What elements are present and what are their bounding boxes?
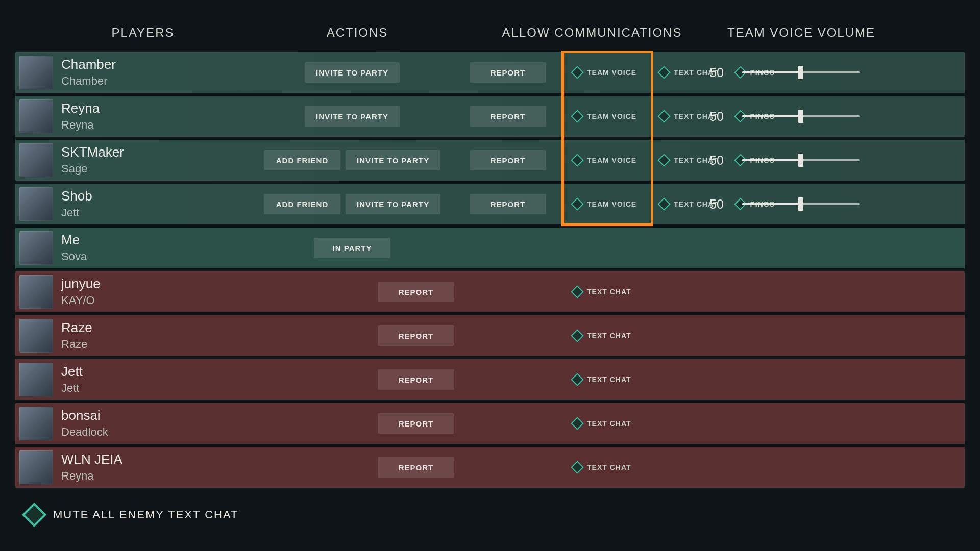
player-cell: bonsaiDeadlock (15, 407, 240, 440)
team-voice-toggle[interactable]: TEAM VOICE (567, 151, 648, 170)
match-players-panel: PLAYERS ACTIONS ALLOW COMMUNICATIONS TEA… (0, 0, 980, 542)
agent-name: Jett (61, 206, 92, 219)
volume-slider[interactable] (742, 115, 860, 117)
actions-cell: INVITE TO PARTY (240, 106, 464, 127)
player-cell: ShobJett (15, 187, 240, 221)
diamond-icon (571, 461, 583, 473)
volume-value: 50 (709, 109, 732, 124)
player-row: bonsaiDeadlockREPORTTEXT CHAT (15, 403, 965, 444)
header-comms: ALLOW COMMUNICATIONS (470, 26, 715, 40)
team-voice-toggle-label: TEAM VOICE (587, 112, 636, 120)
comms-cell: TEXT CHAT (464, 326, 709, 345)
volume-slider[interactable] (742, 71, 860, 73)
avatar (19, 56, 53, 89)
actions-cell: IN PARTY (240, 238, 464, 258)
player-row: ChamberChamberINVITE TO PARTYREPORTTEAM … (15, 52, 965, 93)
avatar (19, 143, 53, 177)
avatar (19, 319, 53, 353)
invite-to-party-button[interactable]: INVITE TO PARTY (305, 106, 400, 127)
diamond-icon (657, 154, 670, 166)
volume-slider[interactable] (742, 159, 860, 161)
avatar (19, 231, 53, 265)
team-voice-toggle[interactable]: TEAM VOICE (567, 107, 648, 126)
agent-name: Jett (61, 382, 83, 394)
report-button[interactable]: REPORT (378, 369, 454, 390)
report-button[interactable]: REPORT (378, 413, 454, 434)
diamond-icon (571, 329, 583, 342)
player-name: Shob (61, 189, 92, 204)
team-voice-toggle[interactable]: TEAM VOICE (567, 63, 648, 82)
report-button[interactable]: REPORT (470, 150, 546, 170)
player-cell: ReynaReyna (15, 99, 240, 133)
team-voice-toggle-label: TEAM VOICE (587, 68, 636, 77)
text-chat-toggle[interactable]: TEXT CHAT (567, 414, 638, 433)
text-chat-toggle[interactable]: TEXT CHAT (567, 326, 638, 345)
avatar (19, 275, 53, 309)
player-cell: MeSova (15, 231, 240, 265)
diamond-icon (571, 66, 583, 79)
text-chat-toggle[interactable]: TEXT CHAT (567, 458, 638, 477)
actions-cell: REPORT (240, 369, 464, 390)
diamond-icon (571, 417, 583, 430)
team-voice-toggle[interactable]: TEAM VOICE (567, 194, 648, 214)
player-row: RazeRazeREPORTTEXT CHAT (15, 315, 965, 356)
team-voice-toggle-label: TEAM VOICE (587, 156, 636, 164)
report-button[interactable]: REPORT (378, 457, 454, 478)
mute-all-toggle-icon[interactable] (22, 503, 46, 527)
add-friend-button[interactable]: ADD FRIEND (264, 150, 340, 170)
player-name: Jett (61, 364, 83, 380)
report-button[interactable]: REPORT (378, 325, 454, 346)
diamond-icon (657, 197, 670, 210)
text-chat-toggle[interactable]: TEXT CHAT (567, 282, 638, 302)
report-button[interactable]: REPORT (470, 106, 546, 127)
comms-cell: REPORTTEAM VOICETEXT CHATPINGS (464, 194, 709, 214)
player-row: JettJettREPORTTEXT CHAT (15, 359, 965, 400)
text-chat-toggle[interactable]: TEXT CHAT (567, 370, 638, 389)
volume-value: 50 (709, 197, 732, 212)
player-cell: JettJett (15, 363, 240, 396)
slider-knob[interactable] (798, 66, 803, 79)
team-voice-toggle-label: TEAM VOICE (587, 200, 636, 208)
agent-name: Sova (61, 250, 87, 263)
diamond-icon (571, 197, 583, 210)
text-chat-toggle-label: TEXT CHAT (587, 463, 631, 471)
invite-to-party-button[interactable]: INVITE TO PARTY (346, 194, 440, 214)
report-button[interactable]: REPORT (470, 194, 546, 214)
actions-cell: REPORT (240, 325, 464, 346)
agent-name: Raze (61, 338, 92, 350)
player-name: junyue (61, 277, 101, 292)
player-row: junyueKAY/OREPORTTEXT CHAT (15, 271, 965, 312)
in-party-button: IN PARTY (314, 238, 390, 258)
avatar (19, 450, 53, 484)
header-volume: TEAM VOICE VOLUME (715, 26, 888, 40)
column-headers: PLAYERS ACTIONS ALLOW COMMUNICATIONS TEA… (15, 26, 965, 52)
mute-all-label[interactable]: MUTE ALL ENEMY TEXT CHAT (53, 508, 238, 521)
header-actions: ACTIONS (245, 26, 470, 40)
slider-knob[interactable] (798, 110, 803, 123)
slider-knob[interactable] (798, 154, 803, 167)
text-chat-toggle-label: TEXT CHAT (587, 375, 631, 384)
comms-cell: REPORTTEAM VOICETEXT CHATPINGS (464, 150, 709, 170)
report-button[interactable]: REPORT (470, 62, 546, 83)
report-button[interactable]: REPORT (378, 282, 454, 302)
add-friend-button[interactable]: ADD FRIEND (264, 194, 340, 214)
actions-cell: REPORT (240, 282, 464, 302)
diamond-icon (571, 110, 583, 122)
slider-knob[interactable] (798, 197, 803, 211)
player-row: WLN JEIAReynaREPORTTEXT CHAT (15, 447, 965, 488)
volume-slider[interactable] (742, 203, 860, 205)
actions-cell: REPORT (240, 457, 464, 478)
actions-cell: ADD FRIENDINVITE TO PARTY (240, 150, 464, 170)
player-name: Raze (61, 320, 92, 336)
avatar (19, 363, 53, 396)
volume-value: 50 (709, 153, 732, 168)
actions-cell: INVITE TO PARTY (240, 62, 464, 83)
text-chat-toggle-label: TEXT CHAT (587, 332, 631, 340)
player-cell: WLN JEIAReyna (15, 450, 240, 484)
agent-name: Reyna (61, 469, 122, 482)
actions-cell: REPORT (240, 413, 464, 434)
invite-to-party-button[interactable]: INVITE TO PARTY (305, 62, 400, 83)
player-name: WLN JEIA (61, 452, 122, 467)
comms-cell: TEXT CHAT (464, 282, 709, 302)
invite-to-party-button[interactable]: INVITE TO PARTY (346, 150, 440, 170)
